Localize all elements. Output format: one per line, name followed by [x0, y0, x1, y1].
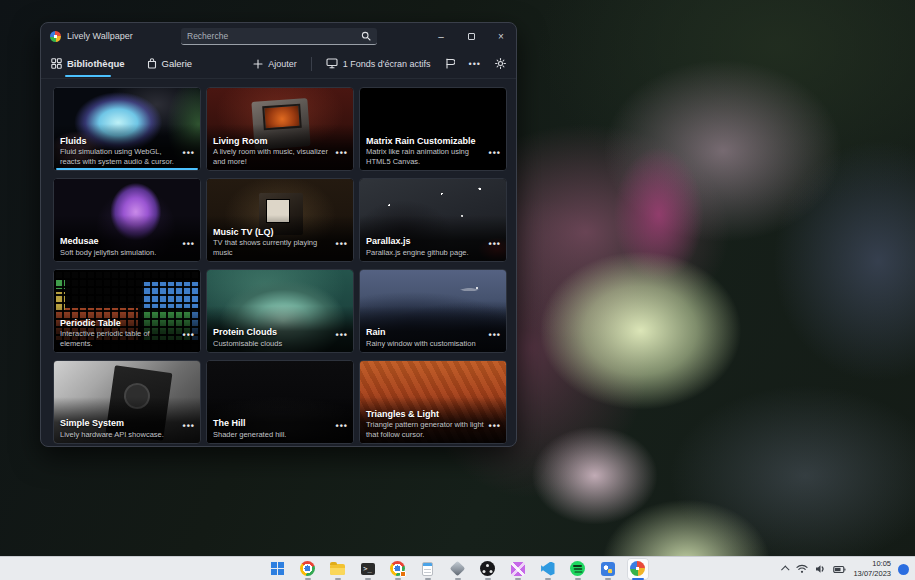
close-button[interactable]: ×: [486, 23, 516, 49]
tile-menu-button[interactable]: •••: [489, 330, 501, 340]
tile-description: Triangle pattern generator with light th…: [366, 420, 484, 439]
taskbar-item-spotify[interactable]: [567, 558, 589, 580]
tile-description: Fluid simulation using WebGL, reacts wit…: [60, 147, 178, 166]
tile-description: Soft body jellyfish simulation.: [60, 248, 178, 257]
notification-badge[interactable]: [898, 564, 909, 575]
tile-title: Periodic Table: [60, 318, 178, 329]
battery-button[interactable]: [833, 565, 846, 574]
titlebar[interactable]: Lively Wallpaper Recherche – ×: [41, 23, 516, 49]
wallpaper-tile-protein-clouds[interactable]: Protein Clouds Customisable clouds •••: [206, 269, 354, 353]
search-input[interactable]: Recherche: [181, 28, 377, 45]
start-button[interactable]: [267, 558, 289, 580]
spotify-icon: [570, 561, 585, 576]
add-wallpaper-button[interactable]: Ajouter: [253, 59, 297, 69]
tray-overflow-button[interactable]: [783, 566, 789, 572]
tile-description: Rainy window with customisation: [366, 339, 484, 348]
clock-time: 10:05: [853, 559, 891, 569]
wallpaper-tile-triangles-light[interactable]: Triangles & Light Triangle pattern gener…: [359, 360, 507, 444]
tile-title: Triangles & Light: [366, 409, 484, 420]
running-indicator: [425, 578, 431, 580]
obs-icon: [480, 561, 495, 576]
wallpaper-tile-the-hill[interactable]: The Hill Shader generated hill. •••: [206, 360, 354, 444]
wallpaper-tile-parallax[interactable]: Parallax.js Parallax.js engine github pa…: [359, 178, 507, 262]
toolbar-divider: [311, 57, 312, 71]
taskbar-item-lively[interactable]: [627, 558, 649, 580]
wallpaper-tile-rain[interactable]: Rain Rainy window with customisation •••: [359, 269, 507, 353]
running-indicator: [605, 578, 611, 580]
tile-menu-button[interactable]: •••: [183, 421, 195, 431]
flag-icon: [445, 58, 455, 69]
taskbar: >_: [0, 556, 915, 580]
running-indicator: [395, 578, 401, 580]
taskbar-item-file-explorer[interactable]: [327, 558, 349, 580]
maximize-button[interactable]: [456, 23, 486, 49]
running-indicator: [455, 578, 461, 580]
wallpaper-tile-medusae[interactable]: Medusae Soft body jellyfish simulation. …: [53, 178, 201, 262]
tile-menu-button[interactable]: •••: [489, 148, 501, 158]
wallpaper-tile-fluids[interactable]: Fluids Fluid simulation using WebGL, rea…: [53, 87, 201, 171]
tile-menu-button[interactable]: •••: [336, 421, 348, 431]
active-wallpapers-label: 1 Fonds d'écran actifs: [343, 59, 431, 69]
notepad-icon: [422, 562, 433, 576]
taskbar-item-obs[interactable]: [477, 558, 499, 580]
wallpaper-tile-living-room[interactable]: Living Room A lively room with music, vi…: [206, 87, 354, 171]
tile-title: The Hill: [213, 418, 331, 429]
wifi-button[interactable]: [796, 564, 808, 574]
tile-menu-button[interactable]: •••: [336, 330, 348, 340]
tile-title: Music TV (LQ): [213, 227, 331, 238]
maximize-icon: [468, 33, 475, 40]
tab-gallery[interactable]: Galerie: [147, 49, 193, 79]
tile-title: Living Room: [213, 136, 331, 147]
tile-description: Parallax.js engine github page.: [366, 248, 484, 257]
desktop: Lively Wallpaper Recherche – ×: [0, 0, 915, 580]
taskbar-item-virtualbox[interactable]: [447, 558, 469, 580]
minimize-button[interactable]: –: [426, 23, 456, 49]
tile-title: Protein Clouds: [213, 327, 331, 338]
file-explorer-icon: [330, 564, 345, 575]
tile-description: Shader generated hill.: [213, 430, 331, 439]
taskbar-item-chrome[interactable]: [297, 558, 319, 580]
report-flag-button[interactable]: [445, 58, 455, 69]
settings-button[interactable]: [495, 58, 506, 69]
tile-menu-button[interactable]: •••: [489, 421, 501, 431]
window-controls: – ×: [426, 23, 516, 49]
tab-library-label: Bibliothèque: [67, 58, 125, 69]
search-icon: [361, 31, 371, 41]
tile-menu-button[interactable]: •••: [183, 239, 195, 249]
battery-icon: [833, 565, 846, 574]
taskbar-item-notepad[interactable]: [417, 558, 439, 580]
taskbar-item-vscode[interactable]: [537, 558, 559, 580]
more-options-button[interactable]: •••: [469, 59, 481, 69]
tile-menu-button[interactable]: •••: [336, 148, 348, 158]
wallpaper-tile-periodic-table[interactable]: Periodic Table Interactive periodic tabl…: [53, 269, 201, 353]
wallpaper-tile-matrix-rain[interactable]: Matrix Rain Customizable Matrix like rai…: [359, 87, 507, 171]
tile-menu-button[interactable]: •••: [336, 239, 348, 249]
wallpaper-tile-simple-system[interactable]: Simple System Lively hardware API showca…: [53, 360, 201, 444]
chrome-icon: [300, 561, 315, 576]
tile-title: Simple System: [60, 418, 178, 429]
wallpaper-tile-music-tv[interactable]: Music TV (LQ) TV that shows currently pl…: [206, 178, 354, 262]
running-indicator: [335, 578, 341, 580]
tile-title: Parallax.js: [366, 236, 484, 247]
clock[interactable]: 10:05 13/07/2023: [853, 559, 891, 579]
taskbar-item-media-app[interactable]: [507, 558, 529, 580]
system-tray: 10:05 13/07/2023: [783, 557, 909, 580]
add-wallpaper-label: Ajouter: [268, 59, 297, 69]
running-indicator: [515, 578, 521, 580]
running-indicator: [485, 578, 491, 580]
tile-menu-button[interactable]: •••: [183, 148, 195, 158]
lively-wallpaper-window: Lively Wallpaper Recherche – ×: [40, 22, 517, 447]
volume-button[interactable]: [815, 564, 826, 574]
wallpaper-library-grid: Fluids Fluid simulation using WebGL, rea…: [41, 79, 516, 447]
tile-description: TV that shows currently playing music: [213, 238, 331, 257]
chevron-up-icon: [782, 565, 790, 573]
active-wallpapers-button[interactable]: 1 Fonds d'écran actifs: [326, 58, 431, 69]
tile-menu-button[interactable]: •••: [183, 330, 195, 340]
taskbar-item-blue-app[interactable]: [597, 558, 619, 580]
tile-description: A lively room with music, visualizer and…: [213, 147, 331, 166]
taskbar-item-chrome-alt[interactable]: [387, 558, 409, 580]
tile-menu-button[interactable]: •••: [489, 239, 501, 249]
taskbar-item-terminal[interactable]: >_: [357, 558, 379, 580]
tab-library[interactable]: Bibliothèque: [51, 49, 125, 79]
toolbar: Bibliothèque Galerie Ajouter: [41, 49, 516, 79]
